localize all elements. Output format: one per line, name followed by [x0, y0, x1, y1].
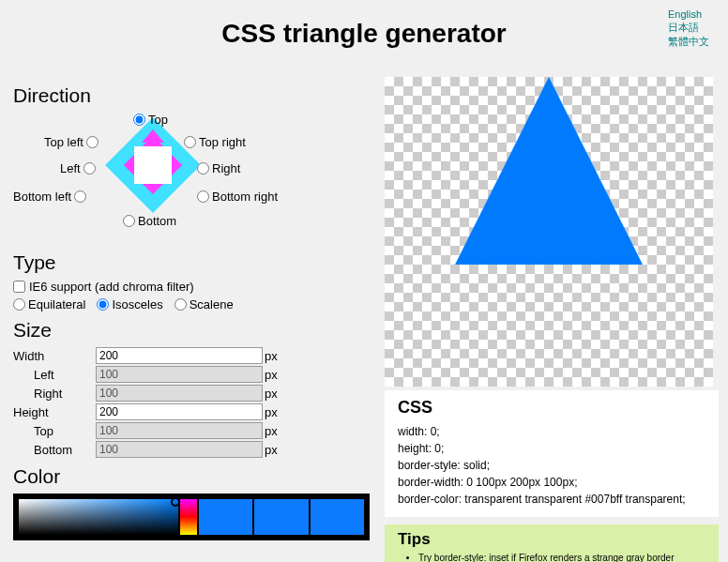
- direction-bottomleft[interactable]: Bottom left: [13, 190, 86, 204]
- triangle-preview: [385, 77, 713, 387]
- direction-bottom[interactable]: Bottom: [123, 214, 176, 228]
- direction-topleft-radio[interactable]: [86, 136, 99, 148]
- size-height-input[interactable]: [96, 403, 263, 420]
- page-header: CSS triangle generator English 日本語 繁體中文: [0, 0, 728, 77]
- direction-bottomleft-radio[interactable]: [74, 190, 86, 203]
- size-bottom-unit: px: [265, 443, 278, 457]
- type-equilateral-radio[interactable]: [13, 298, 25, 311]
- color-heading: Color: [13, 465, 375, 488]
- size-top-label: Top: [13, 424, 96, 438]
- size-left-input[interactable]: [96, 366, 263, 383]
- tips-box: Tips Try border-style: inset if Firefox …: [385, 524, 719, 562]
- lang-japanese[interactable]: 日本語: [668, 21, 709, 34]
- tips-heading: Tips: [398, 530, 705, 549]
- size-width-input[interactable]: [96, 347, 263, 364]
- size-right-label: Right: [13, 387, 96, 401]
- size-height-label: Height: [13, 405, 96, 419]
- type-equilateral[interactable]: Equilateral: [13, 297, 85, 311]
- direction-compass: [119, 131, 187, 199]
- size-bottom-label: Bottom: [13, 443, 96, 457]
- type-isosceles[interactable]: Isosceles: [97, 297, 162, 311]
- css-line: height: 0;: [398, 440, 705, 457]
- type-scalene[interactable]: Scalene: [174, 297, 234, 311]
- controls-panel: Direction Top Top left Top right Left Ri…: [0, 77, 385, 562]
- color-swatch-3[interactable]: [311, 499, 364, 535]
- direction-bottom-radio[interactable]: [123, 215, 135, 227]
- direction-left[interactable]: Left: [60, 161, 96, 175]
- direction-topleft[interactable]: Top left: [44, 135, 99, 149]
- color-picker[interactable]: [13, 494, 370, 540]
- type-radios: Equilateral Isosceles Scalene: [13, 297, 375, 311]
- size-width-row: Width px: [13, 347, 375, 364]
- tips-item: Try border-style: inset if Firefox rende…: [418, 552, 705, 562]
- direction-topright[interactable]: Top right: [184, 135, 246, 149]
- size-width-label: Width: [13, 349, 96, 363]
- language-switcher: English 日本語 繁體中文: [668, 8, 709, 48]
- size-top-row: Top px: [13, 422, 375, 439]
- size-top-input[interactable]: [96, 422, 263, 439]
- type-scalene-radio[interactable]: [174, 298, 187, 311]
- css-line: border-style: solid;: [398, 457, 705, 474]
- direction-left-radio[interactable]: [83, 162, 96, 175]
- direction-bottomright[interactable]: Bottom right: [197, 190, 278, 204]
- size-right-input[interactable]: [96, 385, 263, 402]
- css-heading: CSS: [398, 398, 705, 418]
- size-bottom-input[interactable]: [96, 441, 263, 458]
- color-swatch-2[interactable]: [254, 499, 308, 535]
- color-handle[interactable]: [171, 497, 180, 507]
- css-output: CSS width: 0; height: 0; border-style: s…: [385, 390, 719, 517]
- tips-list: Try border-style: inset if Firefox rende…: [398, 552, 705, 562]
- direction-right-radio[interactable]: [197, 162, 209, 175]
- size-right-row: Right px: [13, 385, 375, 402]
- size-left-label: Left: [13, 368, 96, 382]
- type-isosceles-radio[interactable]: [97, 298, 109, 311]
- size-height-row: Height px: [13, 403, 375, 420]
- ie6-label: IE6 support (add chroma filter): [29, 280, 194, 294]
- ie6-checkbox[interactable]: [13, 281, 25, 293]
- size-right-unit: px: [265, 387, 278, 401]
- page-title: CSS triangle generator: [0, 19, 728, 49]
- direction-right[interactable]: Right: [197, 161, 240, 175]
- size-top-unit: px: [265, 424, 278, 438]
- css-line: border-color: transparent transparent #0…: [398, 491, 705, 508]
- css-line: width: 0;: [398, 423, 705, 440]
- direction-bottomright-radio[interactable]: [197, 190, 209, 203]
- css-line: border-width: 0 100px 200px 100px;: [398, 474, 705, 491]
- size-heading: Size: [13, 319, 375, 342]
- size-left-row: Left px: [13, 366, 375, 383]
- output-panel: CSS width: 0; height: 0; border-style: s…: [385, 77, 728, 562]
- direction-heading: Direction: [13, 84, 375, 107]
- lang-chinese[interactable]: 繁體中文: [668, 35, 709, 48]
- color-gradient[interactable]: [19, 499, 178, 535]
- color-hue-slider[interactable]: [180, 499, 197, 535]
- triangle-shape: [455, 77, 643, 265]
- direction-top-radio[interactable]: [133, 114, 145, 126]
- direction-top[interactable]: Top: [133, 113, 168, 127]
- size-bottom-row: Bottom px: [13, 441, 375, 458]
- color-swatch-1[interactable]: [199, 499, 252, 535]
- lang-english[interactable]: English: [668, 8, 709, 21]
- size-height-unit: px: [265, 405, 278, 419]
- direction-picker: Top Top left Top right Left Right Bottom…: [13, 113, 375, 244]
- ie6-row: IE6 support (add chroma filter): [13, 280, 375, 294]
- direction-topright-radio[interactable]: [184, 136, 196, 148]
- size-width-unit: px: [265, 349, 278, 363]
- size-left-unit: px: [265, 368, 278, 382]
- type-heading: Type: [13, 251, 375, 274]
